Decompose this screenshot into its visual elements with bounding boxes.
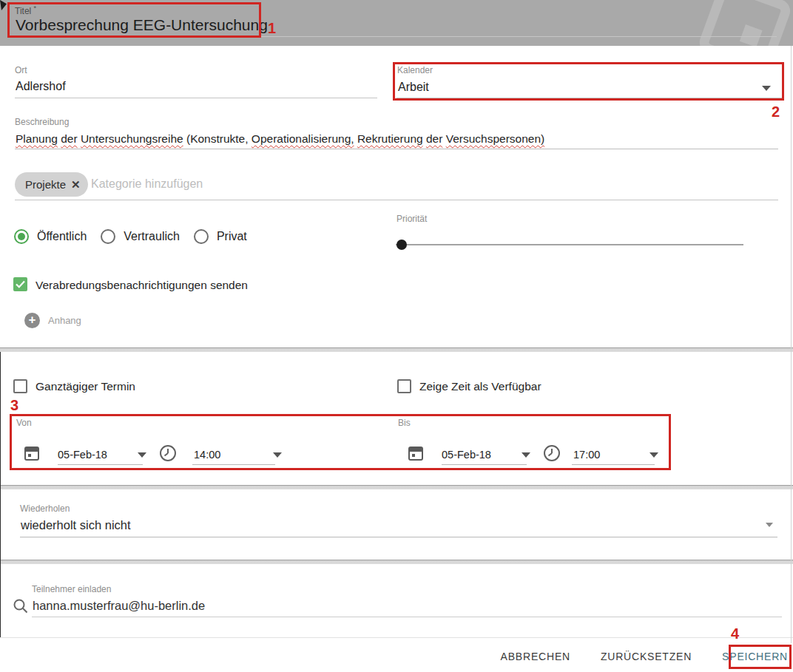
clock-icon[interactable] xyxy=(159,444,177,462)
radio-option-privat[interactable]: Privat xyxy=(194,229,247,244)
end-date-input[interactable]: 05-Feb-18 xyxy=(442,449,491,461)
end-date-underline xyxy=(442,464,527,465)
radio-option-vertraulich[interactable]: Vertraulich xyxy=(101,229,180,244)
search-icon xyxy=(13,598,29,614)
allday-checkbox[interactable] xyxy=(13,379,27,393)
watermark-app-icon xyxy=(684,0,793,46)
chevron-down-icon[interactable] xyxy=(522,452,530,458)
footer-divider xyxy=(0,637,793,638)
check-icon xyxy=(16,280,25,288)
allday-checkbox-label: Ganztägiger Termin xyxy=(36,380,135,393)
end-time-input[interactable]: 17:00 xyxy=(573,449,600,461)
location-input[interactable]: Adlershof xyxy=(16,80,66,93)
show-as-free-checkbox[interactable] xyxy=(397,379,411,393)
repeat-underline xyxy=(20,537,777,537)
repeat-select[interactable]: wiederholt sich nicht xyxy=(21,518,131,532)
annotation-number-3: 3 xyxy=(10,397,18,414)
start-time-underline xyxy=(192,464,275,465)
annotation-box-3 xyxy=(10,414,671,470)
title-input-underline xyxy=(15,36,777,37)
annotation-number-4: 4 xyxy=(731,625,739,642)
event-editor-dialog: Titel * Vorbesprechung EEG-Untersuchung … xyxy=(0,0,793,672)
footer-button-row: ABBRECHEN ZURÜCKSETZEN SPEICHERN xyxy=(499,648,789,665)
priority-label: Priorität xyxy=(396,214,427,224)
annotation-number-2: 2 xyxy=(772,103,780,121)
section-divider xyxy=(0,560,793,564)
location-underline xyxy=(15,98,377,98)
calendar-icon[interactable] xyxy=(408,445,424,461)
cancel-button[interactable]: ABBRECHEN xyxy=(499,648,572,665)
window-left-border xyxy=(0,352,1,637)
chevron-down-icon[interactable] xyxy=(649,452,658,458)
chevron-down-icon[interactable] xyxy=(138,452,146,458)
description-input[interactable]: Planung der Untersuchungsreihe (Konstruk… xyxy=(16,132,544,146)
category-chip-projekte: Projekte ✕ xyxy=(15,172,88,197)
calendar-select-label: Kalender xyxy=(397,65,433,75)
attachment-label[interactable]: Anhang xyxy=(48,315,81,326)
description-underline xyxy=(15,149,778,149)
invite-attendees-underline xyxy=(32,617,782,617)
section-divider xyxy=(0,347,793,352)
plus-icon: + xyxy=(29,313,36,327)
category-underline xyxy=(15,200,778,200)
remove-category-icon[interactable]: ✕ xyxy=(71,178,81,191)
notifications-checkbox[interactable] xyxy=(13,277,27,291)
start-time-input[interactable]: 14:00 xyxy=(194,449,220,461)
window-right-border xyxy=(791,46,792,643)
radio-icon[interactable] xyxy=(101,229,115,244)
title-field-label: Titel * xyxy=(15,4,36,16)
clock-icon[interactable] xyxy=(543,444,561,462)
annotation-box-2 xyxy=(393,62,784,101)
chevron-down-icon[interactable] xyxy=(273,452,282,458)
chevron-down-icon[interactable] xyxy=(766,523,773,527)
title-input[interactable]: Vorbesprechung EEG-Untersuchung xyxy=(16,16,268,34)
radio-label: Öffentlich xyxy=(37,230,87,243)
radio-icon[interactable] xyxy=(14,229,29,244)
required-asterisk: * xyxy=(34,4,37,12)
location-label: Ort xyxy=(15,65,27,75)
add-category-input[interactable]: Kategorie hinzufügen xyxy=(91,177,203,191)
show-as-free-checkbox-label: Zeige Zeit als Verfügbar xyxy=(419,380,541,393)
calendar-select-underline xyxy=(396,98,782,98)
start-date-underline xyxy=(58,464,143,465)
dialog-header: Titel * Vorbesprechung EEG-Untersuchung xyxy=(0,0,793,46)
description-label: Beschreibung xyxy=(15,117,69,127)
category-chip-label: Projekte xyxy=(25,178,66,191)
radio-label: Vertraulich xyxy=(124,230,180,243)
calendar-select[interactable]: Arbeit xyxy=(398,81,429,94)
chevron-down-icon[interactable] xyxy=(762,86,771,91)
end-label: Bis xyxy=(398,418,411,428)
start-date-input[interactable]: 05-Feb-18 xyxy=(58,449,107,461)
radio-option-oeffentlich[interactable]: Öffentlich xyxy=(14,229,87,244)
section-divider xyxy=(0,485,793,489)
reset-button[interactable]: ZURÜCKSETZEN xyxy=(599,648,693,665)
notifications-checkbox-label: Verabredungsbenachrichtigungen senden xyxy=(36,279,248,292)
calendar-icon[interactable] xyxy=(24,445,40,461)
visibility-radio-group: Öffentlich Vertraulich Privat xyxy=(14,229,261,244)
invite-attendees-label: Teilnehmer einladen xyxy=(32,584,111,594)
radio-label: Privat xyxy=(217,230,247,243)
add-attachment-button[interactable]: + xyxy=(24,313,40,328)
invite-attendees-input[interactable]: hanna.musterfrau@hu-berlin.de xyxy=(33,599,205,613)
radio-icon[interactable] xyxy=(194,229,209,244)
end-time-underline xyxy=(572,464,655,465)
start-label: Von xyxy=(16,418,32,428)
repeat-label: Wiederholen xyxy=(20,503,70,514)
priority-slider-track[interactable] xyxy=(396,244,743,245)
priority-slider-thumb[interactable] xyxy=(396,240,407,250)
save-button[interactable]: SPEICHERN xyxy=(721,648,789,665)
